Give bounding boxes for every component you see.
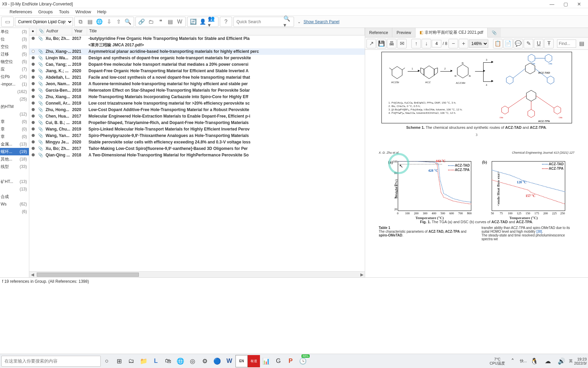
wps-icon[interactable]: 📊: [260, 355, 272, 367]
reference-row-continuation[interactable]: <苯并三吲哚 JMCA 2017.pdf>: [29, 42, 365, 48]
email-icon[interactable]: ✉: [397, 39, 407, 48]
group-item[interactable]: 位Pb(24): [0, 73, 29, 80]
group-item[interactable]: Ws(62): [0, 200, 29, 208]
sogou-icon[interactable]: 🔵: [211, 355, 223, 367]
output-style-select[interactable]: Current Opinion Lipid Copy: [15, 17, 73, 26]
group-item[interactable]: 矿HT...(13): [0, 178, 29, 185]
menu-groups[interactable]: Groups: [36, 9, 55, 14]
app-l-icon[interactable]: L: [150, 355, 162, 367]
chrome-icon[interactable]: ◎: [186, 355, 199, 367]
ime-indicator[interactable]: 英: [569, 358, 573, 364]
battery-icon[interactable]: 🕓: [297, 355, 309, 367]
folder-icon[interactable]: 📁: [137, 355, 150, 367]
open-link-icon[interactable]: 🔗: [137, 17, 146, 26]
import-icon[interactable]: ⇩: [104, 17, 113, 26]
format-icon[interactable]: ▤: [166, 17, 175, 26]
group-item[interactable]: 迁移(5): [0, 50, 29, 58]
task-view-icon[interactable]: ⊞: [113, 355, 125, 367]
cloud-icon[interactable]: ☁: [542, 355, 554, 367]
group-item[interactable]: -impor...(1): [0, 80, 29, 88]
store-icon[interactable]: 🛍: [162, 355, 174, 367]
reference-row[interactable]: 📎Connell, Ar...2019Low cost triazatruxen…: [29, 100, 365, 107]
reference-row[interactable]: 📎Jiang, K.; ...2020Dopant-Free Organic H…: [29, 68, 365, 74]
group-item[interactable]: 空位(9): [0, 43, 29, 50]
file-explorer-icon[interactable]: 🗂: [125, 355, 137, 367]
find-fulltext-icon[interactable]: 🔍: [124, 17, 132, 26]
next-page-icon[interactable]: ↓: [422, 39, 431, 48]
share-group-icon[interactable]: 👥▾: [208, 17, 217, 26]
group-item[interactable]: 章(0): [0, 133, 29, 140]
group-item[interactable]: 章(0): [0, 118, 29, 125]
cpu-temp[interactable]: 7°CCPU温度: [490, 357, 505, 365]
pdf-viewport[interactable]: ACZBr 1 ACZ 2 BrBrBr ACZ3Br 3 4: [365, 50, 588, 277]
group-item[interactable]: 金属...(13): [0, 140, 29, 148]
insert-citation-icon[interactable]: ❝: [156, 17, 165, 26]
page-input[interactable]: [432, 40, 441, 47]
reference-row[interactable]: 📎Xu, Bo; Zh...2017-butylpyridine Free Or…: [29, 35, 365, 42]
word-icon[interactable]: W: [223, 355, 235, 367]
menu-tools[interactable]: Tools: [57, 9, 71, 14]
cortana-icon[interactable]: ○: [101, 355, 113, 367]
prev-page-icon[interactable]: ↑: [411, 39, 421, 48]
group-item[interactable]: (162): [0, 88, 29, 95]
open-file-icon[interactable]: 🗀: [147, 17, 156, 26]
reference-row[interactable]: 📎Qian-Qing ...2018A Two-Dimensional Hole…: [29, 152, 365, 158]
tray-text[interactable]: 快...: [520, 358, 527, 364]
col-title-header[interactable]: Title: [87, 28, 365, 35]
note-tool-icon[interactable]: 💬: [513, 39, 523, 48]
underline-tool-icon[interactable]: U: [534, 39, 543, 48]
sync-icon[interactable]: 🔄: [189, 17, 198, 26]
tab-pdf[interactable]: ◧ 非对称平面吖啶基 CEJ 2021.pdf: [415, 28, 488, 37]
attach-icon-tab[interactable]: 📎: [488, 28, 501, 37]
goto-word-icon[interactable]: W: [175, 17, 184, 26]
reference-row[interactable]: 📎Wang, Yan...2017Spiro-Phenylpyrazole-9,…: [29, 133, 365, 139]
export-icon[interactable]: ⇧: [114, 17, 123, 26]
col-author-header[interactable]: Author: [44, 28, 72, 35]
highlight-tool-icon[interactable]: ✎: [524, 39, 533, 48]
open-pdf-icon[interactable]: ↗: [366, 39, 376, 48]
pdf-find-input[interactable]: [557, 40, 576, 48]
menu-window[interactable]: Window: [73, 9, 93, 14]
help-icon[interactable]: ?: [222, 17, 230, 26]
menu-references[interactable]: References: [7, 9, 34, 14]
scroll-left-icon[interactable]: ◀: [29, 272, 35, 277]
tray-expand-icon[interactable]: ˄: [506, 355, 519, 367]
group-item[interactable]: (6): [0, 208, 29, 215]
zoom-out-icon[interactable]: −: [448, 39, 458, 48]
zoom-select[interactable]: 146%: [469, 40, 488, 48]
clock[interactable]: 19:232022/3/: [574, 357, 587, 365]
reference-row[interactable]: 📎Zhu, Xiang...2018Hole-Transporting Mate…: [29, 94, 365, 100]
save-pdf-icon[interactable]: 💾: [377, 39, 386, 48]
col-year-header[interactable]: Year: [72, 28, 87, 35]
reference-row[interactable]: 📎Zhu, Xiang-...2021Asymmetrical planar a…: [29, 48, 365, 55]
scroll-right-icon[interactable]: ▶: [359, 272, 365, 277]
reference-row[interactable]: 📎Abdellah, I...2021Facile and low-cost s…: [29, 74, 365, 81]
edge-icon[interactable]: 🌐: [174, 355, 186, 367]
group-item[interactable]: 物空位(5): [0, 58, 29, 65]
reference-row[interactable]: 📎Jeon, Nam...2018A fluorene-terminated h…: [29, 81, 365, 87]
settings-icon[interactable]: ⚙: [199, 355, 211, 367]
taskbar-search-input[interactable]: [1, 356, 101, 367]
tab-reference[interactable]: Reference: [365, 28, 392, 37]
endnote-icon[interactable]: EN: [235, 355, 248, 367]
penguin-icon[interactable]: 🐧: [528, 355, 540, 367]
group-item[interactable]: 应(7): [0, 65, 29, 73]
close-button[interactable]: ✕: [572, 0, 586, 8]
copy-icon[interactable]: ⧉: [76, 17, 85, 26]
menu-help[interactable]: Help: [95, 9, 109, 14]
youdao-icon[interactable]: 有道: [248, 355, 260, 367]
group-item[interactable]: 合成: [0, 193, 29, 200]
reference-row[interactable]: 📎Cao, Yang; ...2019Dopant-free molecular…: [29, 61, 365, 68]
group-item[interactable]: 螺环...(19): [0, 148, 29, 155]
minimize-button[interactable]: —: [545, 0, 559, 8]
reference-row[interactable]: 📎Mingyu Je...2020Stable perovskite solar…: [29, 139, 365, 145]
tab-preview[interactable]: Preview: [392, 28, 415, 37]
zoom-in-icon[interactable]: +: [459, 39, 468, 48]
show-search-panel-link[interactable]: Show Search Panel: [304, 19, 339, 24]
reference-row[interactable]: 📎Cui, B. B.; ...2018Propeller-Shaped, Tr…: [29, 120, 365, 126]
group-item[interactable]: 位(3): [0, 35, 29, 43]
group-item[interactable]: (13): [0, 185, 29, 193]
quick-search-input[interactable]: [235, 17, 283, 26]
group-item[interactable]: 其他...(18): [0, 155, 29, 163]
app-g-icon[interactable]: G: [272, 355, 284, 367]
